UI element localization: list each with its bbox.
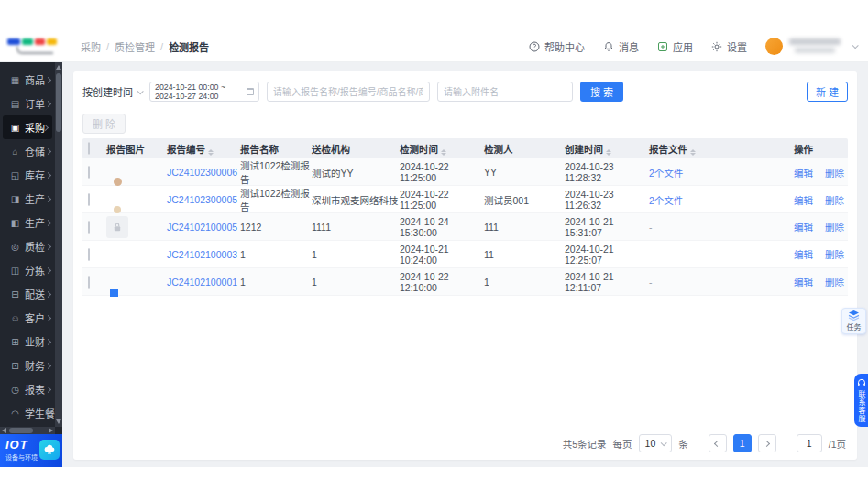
table-body: JC24102300006 测试1022检测报告 测试的YY 2024-10-2…: [82, 158, 848, 296]
row-checkbox[interactable]: [88, 221, 90, 234]
sidebar-item-goods[interactable]: ▦商品: [0, 68, 55, 92]
help-center-button[interactable]: 帮助中心: [529, 39, 585, 54]
tester: 11: [484, 249, 565, 260]
report-code-link[interactable]: JC24102300005: [167, 194, 240, 205]
per-page-select[interactable]: 10: [639, 434, 673, 452]
sidebar-item-sorting[interactable]: ◫分拣: [0, 258, 55, 282]
sidebar-item-qc[interactable]: ◎质检: [0, 234, 55, 258]
chevron-right-icon: [45, 267, 51, 273]
report-code-link[interactable]: JC24102100005: [167, 222, 240, 233]
search-button[interactable]: 搜 索: [580, 82, 623, 102]
sidebar-vertical-scrollbar[interactable]: [55, 62, 62, 427]
sidebar-item-delivery[interactable]: ⊟配送: [0, 282, 55, 306]
select-all-checkbox[interactable]: [88, 142, 90, 155]
sidebar-item-inventory[interactable]: ◱库存: [0, 163, 55, 187]
sidebar-item-label: 配送: [25, 287, 45, 301]
reports-table: 报告图片 报告编号 报告名称 送检机构 检测时间 检测人 创建时间 报告文件 操…: [82, 138, 848, 296]
sidebar-item-label: 业财: [25, 334, 45, 349]
create-button[interactable]: 新 建: [807, 82, 848, 102]
chevron-right-icon: [45, 362, 51, 368]
edit-link[interactable]: 编辑: [794, 247, 813, 261]
table-row: JC24102300006 测试1022检测报告 测试的YY 2024-10-2…: [82, 158, 848, 186]
row-checkbox[interactable]: [88, 193, 90, 206]
sort-icon[interactable]: [690, 149, 696, 156]
created-time: 2024-10-21 12:11:07: [565, 271, 649, 293]
apps-button[interactable]: 应用: [657, 39, 693, 54]
next-page-button[interactable]: [758, 434, 776, 452]
scroll-up-icon[interactable]: [56, 65, 61, 70]
row-checkbox[interactable]: [88, 276, 90, 289]
report-code-link[interactable]: JC24102100003: [167, 249, 240, 260]
user-menu[interactable]: [765, 38, 857, 55]
sidebar-item-production[interactable]: ◨生产: [0, 187, 55, 211]
settings-button[interactable]: 设置: [711, 39, 747, 54]
filter-bar: 按创建时间 2024-10-21 00:00 ~ 2024-10-27 24:0…: [82, 71, 848, 102]
breadcrumb-purchase[interactable]: 采购: [81, 39, 101, 54]
row-checkbox[interactable]: [88, 248, 90, 261]
delete-link[interactable]: 删除: [825, 166, 844, 180]
sort-icon[interactable]: [441, 149, 446, 156]
keyword-search-input[interactable]: [267, 82, 430, 102]
chevron-right-icon: [45, 147, 51, 154]
sidebar-nav: ▦商品 ▤订单 ▣采购 ⌂仓储 ◱库存 ◨生产 ◧生产 ◎质检 ◫分拣 ⊟配送 …: [0, 68, 55, 425]
table-row: JC24102300005 测试1022检测报告 深圳市观麦网络科技 2024-…: [82, 186, 848, 213]
created-time: 2024-10-21 15:31:07: [565, 216, 649, 238]
row-checkbox[interactable]: [88, 166, 90, 179]
scroll-left-icon[interactable]: [2, 428, 6, 433]
created-time: 2024-10-21 12:25:07: [565, 244, 649, 266]
delete-link[interactable]: 删除: [825, 220, 844, 234]
report-code-link[interactable]: JC24102100001: [167, 277, 240, 288]
sort-icon[interactable]: [606, 149, 611, 156]
scrollbar-thumb[interactable]: [56, 73, 61, 132]
sidebar-item-warehouse[interactable]: ⌂仓储: [0, 139, 55, 163]
bulk-delete-button[interactable]: 删 除: [82, 114, 126, 134]
chevron-right-icon: [764, 440, 770, 446]
company-logo: [7, 36, 60, 58]
sidebar-horizontal-scrollbar[interactable]: [0, 427, 55, 434]
edit-link[interactable]: 编辑: [794, 193, 813, 207]
delete-link[interactable]: 删除: [825, 247, 844, 261]
report-code-link[interactable]: JC24102300006: [167, 167, 240, 178]
tasks-floating-button[interactable]: 任务: [841, 308, 866, 334]
scroll-down-icon[interactable]: [56, 419, 61, 424]
breadcrumb-qc-management[interactable]: 质检管理: [115, 39, 155, 54]
delete-link[interactable]: 删除: [825, 275, 844, 289]
breadcrumb-test-report: 检测报告: [169, 39, 209, 54]
customer-service-tab[interactable]: 联系客服: [854, 374, 868, 427]
goods-icon: ▦: [9, 75, 21, 85]
test-time: 2024-10-22 11:25:00: [400, 189, 484, 211]
time-field-select[interactable]: 按创建时间: [82, 84, 142, 99]
prev-page-button[interactable]: [709, 434, 727, 452]
sidebar-item-biz-finance[interactable]: ⊞业财: [0, 330, 55, 354]
iot-banner[interactable]: IOT 设备与环境: [0, 434, 62, 467]
sidebar-item-customers[interactable]: ☺客户: [0, 306, 55, 330]
date-range-picker[interactable]: 2024-10-21 00:00 ~ 2024-10-27 24:00: [149, 82, 259, 102]
delete-link[interactable]: 删除: [825, 193, 844, 207]
production2-icon: ◧: [9, 218, 21, 228]
per-page-suffix: 条: [678, 437, 688, 451]
sidebar-item-orders[interactable]: ▤订单: [0, 92, 55, 115]
report-name: 测试1022检测报告: [240, 158, 312, 186]
sidebar-item-purchase[interactable]: ▣采购: [3, 115, 52, 139]
scroll-right-icon[interactable]: [49, 428, 53, 433]
page-1-button[interactable]: 1: [733, 434, 752, 452]
sidebar-item-production-2[interactable]: ◧生产: [0, 211, 55, 234]
table-header-row: 报告图片 报告编号 报告名称 送检机构 检测时间 检测人 创建时间 报告文件 操…: [82, 138, 848, 158]
topbar: 采购 / 质检管理 / 检测报告 帮助中心 消息: [0, 31, 868, 62]
messages-button[interactable]: 消息: [603, 39, 639, 54]
edit-link[interactable]: 编辑: [794, 275, 813, 289]
chevron-right-icon: [45, 290, 51, 297]
edit-link[interactable]: 编辑: [794, 220, 813, 234]
scrollbar-thumb[interactable]: [9, 428, 33, 433]
sidebar-item-finance[interactable]: ⊡财务: [0, 354, 55, 377]
page-jump-input[interactable]: [797, 434, 822, 452]
edit-link[interactable]: 编辑: [794, 166, 813, 180]
sidebar-item-student-meal[interactable]: ◠学生餐: [0, 401, 55, 425]
sidebar-item-reports[interactable]: ◷报表: [0, 377, 55, 401]
sort-icon[interactable]: [208, 149, 214, 156]
report-files-link[interactable]: 2个文件: [649, 193, 794, 207]
attachment-name-input[interactable]: [437, 82, 573, 102]
settings-label: 设置: [727, 39, 747, 54]
time-field-value: 按创建时间: [82, 84, 133, 99]
report-files-link[interactable]: 2个文件: [649, 166, 794, 180]
